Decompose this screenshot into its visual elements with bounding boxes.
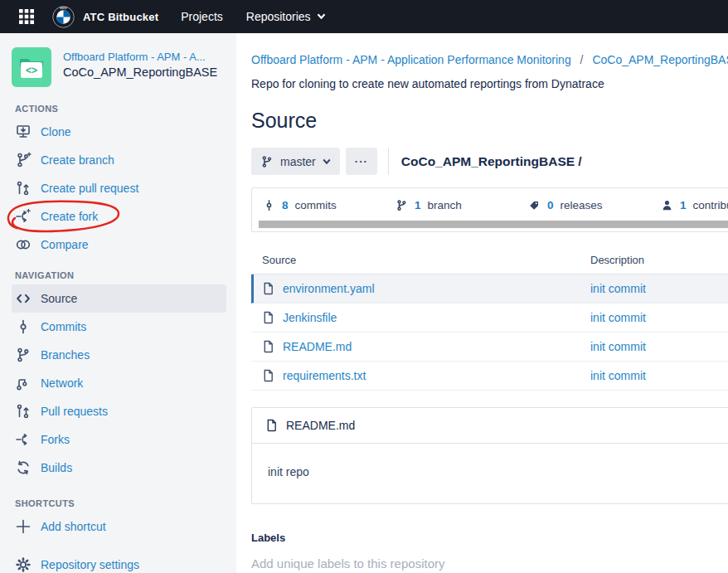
chevron-down-icon xyxy=(323,158,331,165)
commit-message-link[interactable]: init commit xyxy=(590,282,728,295)
sidebar-item-label: Create fork xyxy=(41,210,98,223)
commit-message-link[interactable]: init commit xyxy=(590,369,728,382)
sidebar-item-add-shortcut[interactable]: Add shortcut xyxy=(12,512,226,541)
app-switcher-icon[interactable] xyxy=(18,8,35,25)
breadcrumb-repo-link[interactable]: CoCo_APM_ReportingBASE xyxy=(592,53,728,66)
source-toolbar: master ··· CoCo_APM_ReportingBASE / xyxy=(251,148,728,175)
sidebar-item-builds[interactable]: Builds xyxy=(12,454,226,482)
sidebar-item-network[interactable]: Network xyxy=(12,369,226,397)
actions-section-header: ACTIONS xyxy=(15,104,236,114)
file-link[interactable]: environment.yaml xyxy=(283,282,375,295)
person-icon xyxy=(661,199,673,211)
commits-icon xyxy=(15,318,32,335)
create-fork-icon xyxy=(15,208,32,225)
svg-text:BMW: BMW xyxy=(60,7,67,10)
forks-icon xyxy=(15,431,32,448)
builds-icon xyxy=(15,459,32,476)
repo-description: Repo for cloning to create new automated… xyxy=(251,77,728,90)
horizontal-scrollbar[interactable] xyxy=(259,221,728,228)
labels-placeholder[interactable]: Add unique labels to this repository xyxy=(251,556,728,571)
table-row[interactable]: environment.yaml init commit xyxy=(251,274,728,303)
top-navigation-bar: BMW ATC Bitbucket Projects Repositories xyxy=(0,0,728,33)
bmw-logo-icon[interactable]: BMW xyxy=(52,6,75,28)
sidebar-item-label: Source xyxy=(41,292,77,305)
sidebar-item-forks[interactable]: Forks xyxy=(12,425,226,454)
breadcrumb-project-link[interactable]: Offboard Platform - APM - Application Pe… xyxy=(251,53,571,66)
more-actions-button[interactable]: ··· xyxy=(346,148,377,175)
file-icon xyxy=(262,311,274,324)
file-icon xyxy=(262,282,274,295)
file-icon xyxy=(262,369,274,382)
sidebar-item-label: Branches xyxy=(41,348,90,362)
stat-contributors[interactable]: 1 contributor xyxy=(661,199,728,211)
commit-message-link[interactable]: init commit xyxy=(590,311,728,324)
pull-request-icon xyxy=(15,180,32,197)
repo-stats-bar: 8 commits 1 branch 0 xyxy=(251,187,728,232)
sidebar-project-link[interactable]: Offboard Platform - APM - A... xyxy=(63,51,217,63)
tag-icon xyxy=(528,199,541,211)
sidebar-item-label: Repository settings xyxy=(41,558,139,571)
branch-name: master xyxy=(280,155,316,168)
sidebar-repo-name: CoCo_APM_ReportingBASE xyxy=(63,66,217,79)
sidebar-item-pull-requests[interactable]: Pull requests xyxy=(12,397,226,425)
repo-header: <> Offboard Platform - APM - A... CoCo_A… xyxy=(12,47,236,87)
compare-icon xyxy=(15,236,32,253)
file-link[interactable]: requirements.txt xyxy=(283,369,366,382)
sidebar-item-label: Pull requests xyxy=(41,405,108,418)
stat-branches[interactable]: 1 branch xyxy=(396,199,528,211)
sidebar-item-label: Compare xyxy=(41,238,89,251)
sidebar-item-compare[interactable]: Compare xyxy=(12,231,226,259)
readme-card: README.md init repo xyxy=(251,407,728,504)
column-description: Description xyxy=(590,254,728,266)
sidebar-item-label: Network xyxy=(41,376,83,390)
file-link[interactable]: README.md xyxy=(283,340,352,353)
sidebar-item-commits[interactable]: Commits xyxy=(12,313,226,341)
sidebar-item-label: Commits xyxy=(41,320,86,333)
chevron-down-icon xyxy=(317,13,326,20)
shortcuts-section-header: SHORTCUTS xyxy=(15,498,236,508)
navigation-section-header: NAVIGATION xyxy=(15,270,236,280)
main-content: Offboard Platform - APM - Application Pe… xyxy=(236,33,728,573)
topnav-repositories[interactable]: Repositories xyxy=(246,10,326,23)
table-row[interactable]: Jenkinsfile init commit xyxy=(251,303,728,333)
sidebar-item-label: Create branch xyxy=(41,153,114,167)
sidebar: <> Offboard Platform - APM - A... CoCo_A… xyxy=(0,33,236,573)
sidebar-item-create-fork[interactable]: Create fork xyxy=(12,202,226,231)
table-row[interactable]: README.md init commit xyxy=(251,333,728,362)
sidebar-item-label: Forks xyxy=(41,433,70,446)
labels-section: Labels Add unique labels to this reposit… xyxy=(251,532,728,571)
file-icon xyxy=(265,419,278,432)
breadcrumb-separator: / xyxy=(580,53,584,66)
readme-filename[interactable]: README.md xyxy=(286,419,355,432)
file-link[interactable]: Jenkinsfile xyxy=(283,311,337,324)
sidebar-item-repository-settings[interactable]: Repository settings xyxy=(12,551,226,573)
sidebar-item-clone[interactable]: Clone xyxy=(12,118,226,146)
branch-selector[interactable]: master xyxy=(251,148,340,175)
file-table-header: Source Description xyxy=(251,254,728,274)
app-title: ATC Bitbucket xyxy=(83,11,158,23)
column-source: Source xyxy=(262,254,590,266)
repo-avatar[interactable]: <> xyxy=(12,47,51,87)
sidebar-item-create-branch[interactable]: Create branch xyxy=(12,146,226,174)
create-branch-icon xyxy=(15,152,32,168)
stat-commits[interactable]: 8 commits xyxy=(263,199,396,211)
branch-icon xyxy=(260,155,274,168)
sidebar-item-source[interactable]: Source xyxy=(12,284,226,313)
gear-icon xyxy=(15,556,32,573)
readme-header: README.md xyxy=(252,408,728,444)
sidebar-item-create-pull-request[interactable]: Create pull request xyxy=(12,174,226,202)
branch-icon xyxy=(396,199,408,211)
branches-icon xyxy=(15,347,32,363)
table-row[interactable]: requirements.txt init commit xyxy=(251,362,728,391)
sidebar-item-branches[interactable]: Branches xyxy=(12,341,226,369)
code-icon xyxy=(15,290,32,307)
clone-icon xyxy=(15,124,32,140)
readme-content: init repo xyxy=(252,444,728,503)
commit-message-link[interactable]: init commit xyxy=(590,340,728,353)
breadcrumb: Offboard Platform - APM - Application Pe… xyxy=(251,53,728,66)
topnav-projects[interactable]: Projects xyxy=(181,10,223,23)
stat-releases[interactable]: 0 releases xyxy=(528,199,661,211)
plus-icon xyxy=(15,518,32,535)
sidebar-item-label: Builds xyxy=(41,461,72,474)
svg-text:<>: <> xyxy=(26,65,37,76)
